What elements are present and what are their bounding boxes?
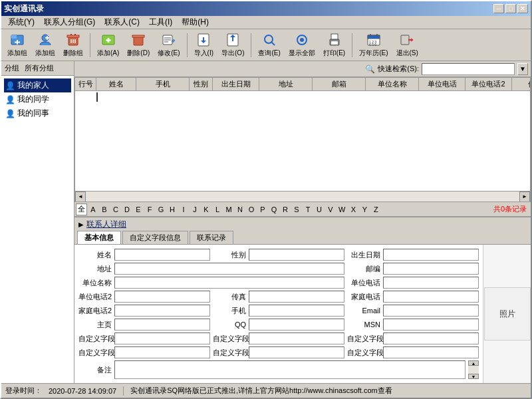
input-msn[interactable] — [383, 319, 479, 331]
input-work-phone[interactable] — [383, 277, 479, 289]
add-contact-button[interactable]: 添加组 — [32, 31, 59, 59]
tab-basic-info[interactable]: 基本信息 — [77, 231, 121, 244]
svg-rect-18 — [132, 35, 144, 37]
detail-tabs: 基本信息 自定义字段信息 联系记录 — [74, 231, 531, 245]
sidebar-item-classmates[interactable]: 👤 我的同学 — [4, 92, 71, 106]
input-custom1[interactable] — [114, 332, 210, 344]
sidebar-group-label: 分组 — [5, 63, 19, 73]
exit-button[interactable]: 退出(S) — [393, 31, 422, 59]
col-email: 邮箱 — [313, 78, 366, 90]
input-address[interactable] — [114, 263, 344, 275]
menu-help[interactable]: 帮助(H) — [178, 15, 213, 29]
label-custom3: 自定义字段三 — [347, 334, 380, 344]
alpha-C[interactable]: C — [110, 203, 121, 215]
alpha-V[interactable]: V — [325, 203, 336, 215]
input-custom3[interactable] — [383, 332, 479, 344]
alpha-J[interactable]: J — [190, 203, 200, 215]
alpha-A[interactable]: A — [88, 203, 98, 215]
input-mobile[interactable] — [249, 305, 344, 317]
alpha-N[interactable]: N — [235, 203, 245, 215]
add-button[interactable]: 添加(A) — [94, 31, 122, 59]
delete-button[interactable]: 删除(D) — [124, 31, 153, 59]
input-email[interactable] — [383, 305, 479, 317]
input-custom4[interactable] — [114, 346, 210, 358]
menu-group[interactable]: 联系人分组(G) — [40, 15, 99, 29]
minimize-button[interactable]: ─ — [493, 4, 504, 13]
scroll-left-button[interactable]: ◄ — [75, 192, 86, 202]
alpha-O[interactable]: O — [246, 203, 257, 215]
input-name[interactable] — [114, 249, 210, 261]
alpha-K[interactable]: K — [201, 203, 211, 215]
search-button[interactable]: 查询(E) — [255, 31, 283, 59]
input-postcode[interactable] — [383, 263, 479, 275]
alpha-X[interactable]: X — [348, 203, 358, 215]
scroll-track[interactable] — [86, 192, 519, 202]
menu-contact[interactable]: 联系人(C) — [100, 15, 144, 29]
input-custom5[interactable] — [249, 346, 344, 358]
contact-detail-header[interactable]: ▶ 联系人详细 — [74, 217, 531, 231]
notes-scroll-up[interactable]: ▲ — [468, 360, 479, 366]
alpha-B[interactable]: B — [99, 203, 110, 215]
add-group-button[interactable]: 添加组 — [4, 31, 31, 59]
input-homepage[interactable] — [114, 319, 210, 331]
alpha-M[interactable]: M — [223, 203, 234, 215]
input-home-phone2[interactable] — [114, 305, 210, 317]
sidebar-item-family[interactable]: 👤 我的家人 — [4, 78, 71, 92]
tab-contact-records[interactable]: 联系记录 — [190, 231, 233, 244]
input-work-phone2[interactable] — [114, 291, 210, 303]
alpha-all[interactable]: 全 — [76, 203, 87, 215]
menu-system[interactable]: 系统(Y) — [4, 15, 39, 29]
import-button[interactable]: 导入(I) — [191, 31, 217, 59]
alpha-U[interactable]: U — [314, 203, 325, 215]
delete-group-button[interactable]: 删除组 — [60, 31, 86, 59]
calendar-button[interactable]: 1 2 3 4 5 6 万年历(E) — [356, 31, 391, 59]
alpha-E[interactable]: E — [133, 203, 144, 215]
alpha-R[interactable]: R — [280, 203, 291, 215]
close-button[interactable]: ✕ — [517, 4, 528, 13]
notes-scroll-down[interactable]: ▼ — [468, 374, 479, 379]
input-birthday[interactable] — [383, 249, 479, 261]
input-custom6[interactable] — [383, 346, 479, 358]
alpha-T[interactable]: T — [303, 203, 313, 215]
input-fax[interactable] — [249, 291, 344, 303]
alpha-W[interactable]: W — [336, 203, 347, 215]
alpha-G[interactable]: G — [156, 203, 166, 215]
print-button[interactable]: 打印(E) — [320, 31, 348, 59]
search-input[interactable] — [422, 63, 515, 75]
status-divider — [123, 386, 124, 396]
tab-custom-fields[interactable]: 自定义字段信息 — [122, 231, 188, 244]
alpha-P[interactable]: P — [257, 203, 268, 215]
alpha-Z[interactable]: Z — [370, 203, 381, 215]
export-button[interactable]: 导出(O) — [218, 31, 247, 59]
show-all-button[interactable]: 显示全部 — [285, 31, 319, 59]
alpha-Y[interactable]: Y — [359, 203, 370, 215]
alpha-D[interactable]: D — [122, 203, 132, 215]
label-gender: 性别 — [213, 250, 246, 260]
label-fax: 传真 — [213, 292, 246, 302]
input-custom2[interactable] — [249, 332, 344, 344]
edit-button[interactable]: 修改(E) — [154, 31, 183, 59]
alpha-S[interactable]: S — [291, 203, 302, 215]
menu-tools[interactable]: 工具(I) — [145, 15, 176, 29]
detail-title: 联系人详细 — [86, 219, 126, 230]
input-notes[interactable] — [114, 360, 466, 379]
notes-scroll-track[interactable] — [468, 366, 479, 374]
alpha-I[interactable]: I — [178, 203, 189, 215]
alpha-L[interactable]: L — [212, 203, 223, 215]
calendar-icon: 1 2 3 4 5 6 — [366, 33, 382, 47]
alpha-Q[interactable]: Q — [269, 203, 279, 215]
scroll-right-button[interactable]: ► — [519, 192, 530, 202]
table-body[interactable] — [75, 91, 530, 191]
input-company[interactable] — [114, 277, 344, 289]
svg-rect-8 — [67, 35, 79, 37]
alpha-H[interactable]: H — [167, 203, 178, 215]
search-dropdown-button[interactable]: ▼ — [517, 63, 528, 75]
input-gender[interactable] — [249, 249, 344, 261]
input-home-phone[interactable] — [383, 291, 479, 303]
maximize-button[interactable]: □ — [505, 4, 516, 13]
input-qq[interactable] — [249, 319, 344, 331]
alpha-F[interactable]: F — [144, 203, 155, 215]
label-postcode: 邮编 — [347, 264, 380, 274]
col-work-phone: 单位电话 — [419, 78, 466, 90]
sidebar-item-colleagues[interactable]: 👤 我的同事 — [4, 106, 71, 120]
